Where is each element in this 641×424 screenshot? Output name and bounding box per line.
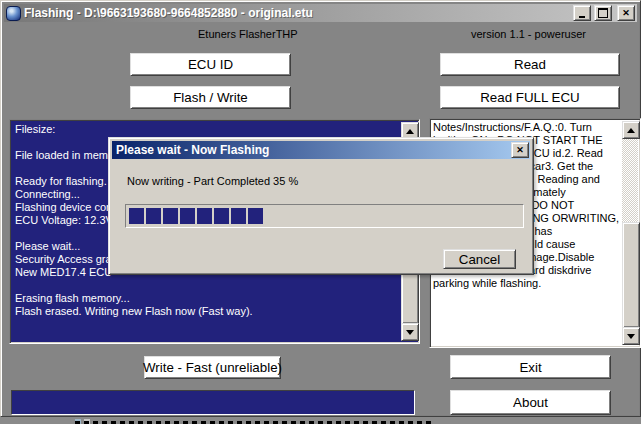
- minimize-icon: [579, 16, 585, 18]
- screen: Flashing - D:\9663193680-9664852880 - or…: [0, 0, 641, 424]
- dialog-title: Please wait - Now Flashing: [116, 143, 511, 157]
- ecu-id-button[interactable]: ECU ID: [130, 53, 291, 76]
- progress-segment: [163, 208, 178, 224]
- write-fast-button[interactable]: Write - Fast (unreliable): [144, 356, 281, 379]
- notes-scroll-thumb[interactable]: [622, 222, 640, 328]
- taskbar-strip: [0, 417, 641, 424]
- scroll-down-icon: [406, 330, 414, 335]
- progress-segment: [231, 208, 246, 224]
- dialog-close-button[interactable]: ✕: [511, 142, 529, 158]
- flash-progress-bar: [11, 390, 415, 415]
- progress-segment: [146, 208, 161, 224]
- about-button[interactable]: About: [450, 390, 611, 415]
- window-title: Flashing - D:\9663193680-9664852880 - or…: [24, 6, 570, 20]
- progress-segment: [214, 208, 229, 224]
- progress-segment: [197, 208, 212, 224]
- exit-button[interactable]: Exit: [450, 355, 611, 379]
- scroll-down-button[interactable]: [622, 327, 640, 345]
- progress-segment: [180, 208, 195, 224]
- progress-segment: [248, 208, 263, 224]
- scroll-up-icon: [406, 129, 414, 134]
- app-name-label: Etuners FlasherTHP: [198, 28, 298, 40]
- flash-write-button[interactable]: Flash / Write: [130, 86, 291, 109]
- close-icon: ✕: [622, 9, 630, 18]
- close-button[interactable]: ✕: [617, 5, 635, 21]
- flashing-dialog: Please wait - Now Flashing ✕ Now writing…: [108, 137, 534, 275]
- notes-scrollbar[interactable]: [622, 121, 638, 345]
- version-label: version 1.1 - poweruser: [471, 28, 586, 40]
- progress-bar: [125, 204, 524, 228]
- progress-segment: [129, 208, 144, 224]
- scroll-up-button[interactable]: [622, 121, 640, 139]
- close-icon: ✕: [516, 146, 524, 155]
- scroll-down-icon: [627, 334, 635, 339]
- progress-segments: [129, 208, 263, 224]
- scroll-down-button[interactable]: [401, 323, 419, 341]
- maximize-icon: [598, 8, 608, 18]
- dialog-status-text: Now writing - Part Completed 35 %: [127, 175, 298, 187]
- read-button[interactable]: Read: [440, 53, 620, 76]
- minimize-button[interactable]: [573, 5, 591, 21]
- cancel-button[interactable]: Cancel: [443, 249, 516, 269]
- scroll-up-icon: [627, 128, 635, 133]
- maximize-button[interactable]: [594, 5, 612, 21]
- dialog-titlebar[interactable]: Please wait - Now Flashing ✕: [112, 141, 530, 159]
- read-full-ecu-button[interactable]: Read FULL ECU: [440, 86, 620, 109]
- app-icon: [6, 6, 21, 21]
- main-titlebar[interactable]: Flashing - D:\9663193680-9664852880 - or…: [4, 4, 637, 22]
- main-window: Flashing - D:\9663193680-9664852880 - or…: [0, 0, 641, 417]
